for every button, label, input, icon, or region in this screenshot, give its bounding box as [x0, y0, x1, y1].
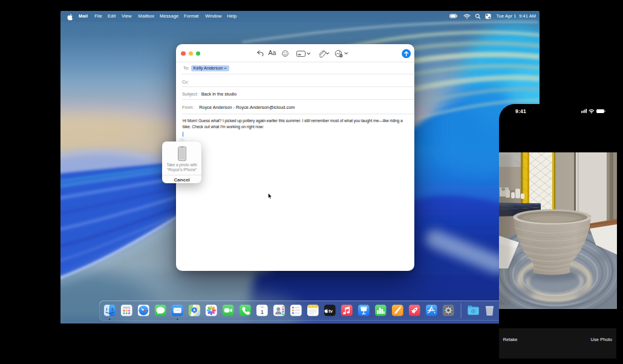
svg-text:1: 1 [261, 308, 264, 315]
svg-text:tv: tv [329, 308, 333, 313]
